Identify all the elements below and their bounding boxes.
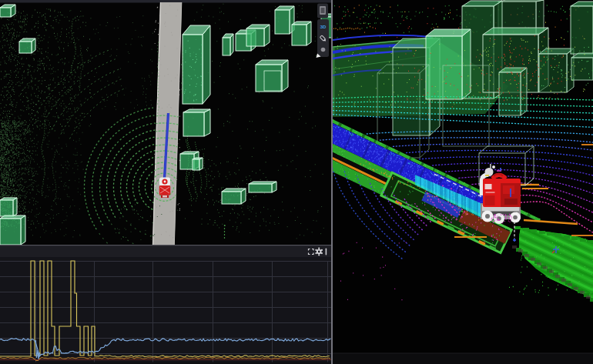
svg-text:3D: 3D [320, 25, 327, 29]
